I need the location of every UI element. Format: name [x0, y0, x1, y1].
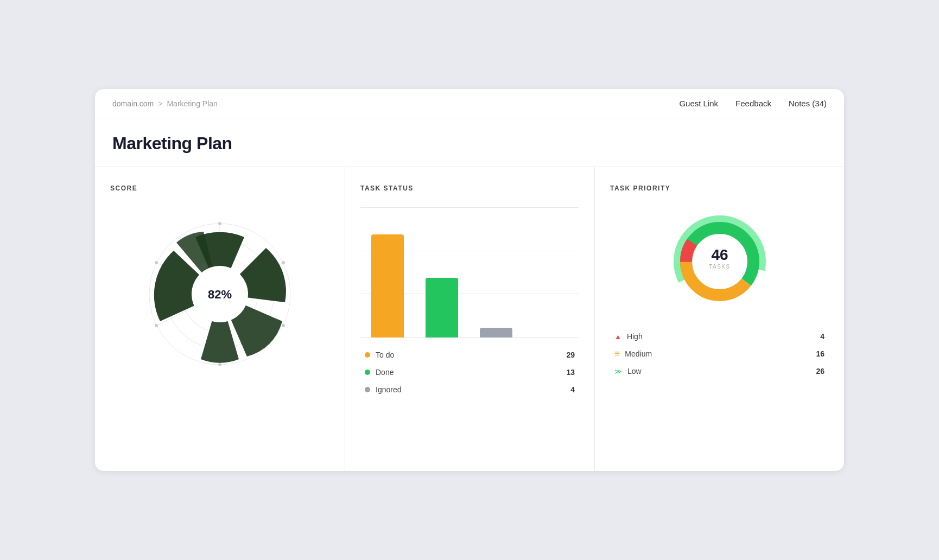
legend-todo: To do 29 [365, 351, 575, 359]
bar-ignored-fill [480, 328, 512, 338]
main-card: domain.com > Marketing Plan Guest Link F… [95, 89, 844, 471]
bar-todo-fill [371, 234, 404, 338]
dot-done [365, 370, 370, 375]
legend-done: Done 13 [365, 368, 575, 377]
svg-point-13 [218, 363, 221, 366]
bar-todo [371, 234, 404, 338]
task-priority-label: TASK PRIORITY [610, 184, 829, 192]
bar-chart [360, 207, 579, 338]
priority-legend: ▲ High 4 ≡ Medium 16 ≫ Low [610, 332, 829, 376]
top-bar: domain.com > Marketing Plan Guest Link F… [95, 89, 844, 118]
task-status-legend: To do 29 Done 13 Ignored 4 [360, 351, 579, 394]
svg-text:82%: 82% [208, 288, 232, 301]
dot-todo [365, 352, 370, 358]
feedback-button[interactable]: Feedback [735, 99, 771, 108]
score-label: SCORE [110, 184, 329, 192]
panels: SCORE [95, 167, 844, 471]
label-done: Done [376, 368, 394, 377]
task-status-label: TASK STATUS [360, 184, 579, 192]
high-icon: ▲ [614, 333, 621, 341]
guest-link-button[interactable]: Guest Link [679, 99, 718, 108]
bar-done [426, 278, 458, 338]
breadcrumb: domain.com > Marketing Plan [112, 99, 218, 108]
svg-text:TASKS: TASKS [709, 264, 731, 270]
breadcrumb-current: Marketing Plan [167, 99, 217, 108]
title-section: Marketing Plan [95, 118, 844, 167]
count-done: 13 [566, 368, 575, 377]
task-status-panel: TASK STATUS To do [345, 167, 594, 471]
bar-done-fill [426, 278, 458, 338]
svg-point-10 [218, 222, 221, 225]
svg-point-14 [155, 324, 158, 327]
priority-medium: ≡ Medium 16 [614, 349, 824, 358]
score-container: 82% [110, 207, 329, 381]
svg-point-11 [282, 261, 285, 264]
legend-ignored: Ignored 4 [365, 385, 575, 394]
donut-container: 46 TASKS [610, 207, 829, 316]
radar-chart: 82% [133, 207, 307, 381]
label-ignored: Ignored [376, 385, 401, 394]
count-todo: 29 [566, 351, 575, 359]
count-ignored: 4 [570, 385, 575, 394]
label-low: Low [627, 367, 642, 376]
top-actions: Guest Link Feedback Notes (34) [679, 99, 827, 108]
breadcrumb-domain[interactable]: domain.com [112, 99, 154, 108]
donut-svg: 46 TASKS [665, 207, 774, 316]
count-low: 26 [816, 367, 824, 376]
score-panel: SCORE [95, 167, 345, 471]
label-medium: Medium [625, 349, 652, 358]
svg-point-12 [282, 324, 285, 327]
dot-ignored [365, 387, 370, 392]
breadcrumb-chevron: > [158, 99, 162, 108]
svg-text:46: 46 [711, 246, 728, 263]
priority-high: ▲ High 4 [614, 332, 824, 341]
label-high: High [627, 332, 643, 341]
page-title: Marketing Plan [112, 133, 827, 154]
count-medium: 16 [816, 349, 824, 358]
priority-low: ≫ Low 26 [614, 367, 824, 376]
medium-icon: ≡ [614, 349, 619, 358]
bar-ignored [480, 328, 512, 338]
task-priority-panel: TASK PRIORITY 46 [594, 167, 844, 471]
label-todo: To do [376, 351, 394, 359]
count-high: 4 [820, 332, 824, 341]
svg-point-15 [155, 261, 158, 264]
low-icon: ≫ [614, 367, 622, 376]
notes-button[interactable]: Notes (34) [789, 99, 827, 108]
